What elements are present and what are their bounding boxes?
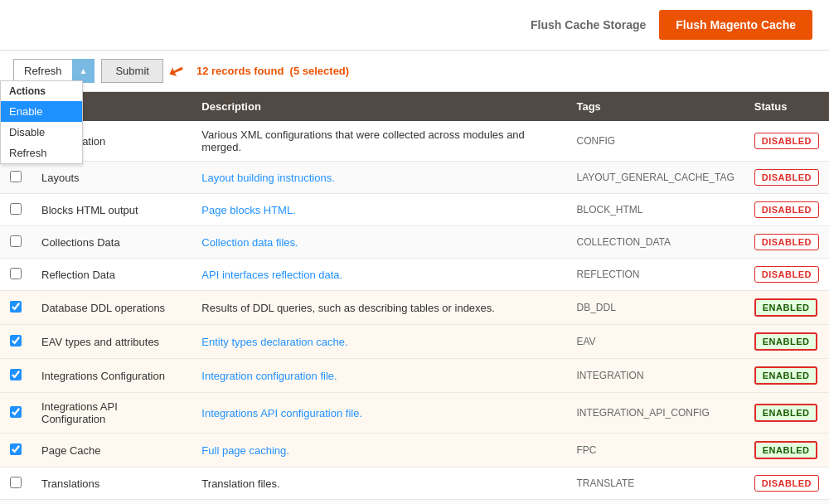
row-tags: DB_DDL bbox=[566, 291, 744, 325]
status-badge: ENABLED bbox=[754, 366, 818, 385]
row-checkbox-cell bbox=[0, 291, 32, 325]
row-tags: LAYOUT_GENERAL_CACHE_TAG bbox=[566, 162, 744, 194]
row-status-cell: ENABLED bbox=[744, 359, 829, 393]
row-description: Integrations API configuration file. bbox=[191, 393, 566, 434]
row-checkbox-cell bbox=[0, 434, 32, 468]
row-checkbox-cell bbox=[0, 500, 32, 505]
row-checkbox[interactable] bbox=[10, 335, 22, 346]
row-status-cell: DISABLED bbox=[744, 259, 829, 291]
row-checkbox[interactable] bbox=[10, 301, 22, 313]
dropdown-item-refresh[interactable]: Refresh bbox=[1, 143, 82, 163]
dropdown-item-disable[interactable]: Disable bbox=[1, 122, 82, 143]
table-row: Blocks HTML outputPage blocks HTML.BLOCK… bbox=[0, 194, 829, 226]
cache-table: Type Description Tags Status Configurati… bbox=[0, 92, 829, 504]
row-description: Integration configuration file. bbox=[191, 359, 566, 393]
row-checkbox[interactable] bbox=[10, 203, 22, 215]
row-checkbox-cell bbox=[0, 468, 32, 500]
table-row: Database DDL operationsResults of DDL qu… bbox=[0, 291, 829, 325]
submit-button[interactable]: Submit bbox=[101, 59, 162, 83]
row-description: Translation files. bbox=[191, 468, 566, 500]
row-status-cell: ENABLED bbox=[744, 393, 829, 434]
row-tags: EAV bbox=[566, 325, 744, 359]
table-row: Integrations ConfigurationIntegration co… bbox=[0, 359, 829, 393]
row-checkbox[interactable] bbox=[10, 268, 22, 279]
row-description-link[interactable]: Page blocks HTML. bbox=[201, 204, 295, 216]
row-checkbox-cell bbox=[0, 226, 32, 259]
status-badge: DISABLED bbox=[754, 234, 819, 250]
row-status-cell: DISABLED bbox=[744, 121, 829, 162]
table-row: Collections DataCollection data files.CO… bbox=[0, 226, 829, 259]
flush-magento-button[interactable]: Flush Magento Cache bbox=[659, 10, 812, 40]
status-badge: DISABLED bbox=[754, 169, 819, 186]
refresh-button[interactable]: Refresh bbox=[13, 59, 72, 83]
records-count: 12 records found bbox=[196, 65, 284, 77]
table-body: ConfigurationVarious XML configurations … bbox=[0, 121, 829, 504]
row-status-cell: DISABLED bbox=[744, 194, 829, 226]
row-status-cell: ENABLED bbox=[744, 434, 829, 468]
row-checkbox[interactable] bbox=[10, 235, 22, 247]
row-type: Page Cache bbox=[32, 434, 191, 468]
col-tags: Tags bbox=[566, 92, 744, 121]
col-description: Description bbox=[191, 92, 566, 121]
row-tags: REFLECTION bbox=[566, 259, 744, 291]
row-description-link[interactable]: API interfaces reflection data. bbox=[201, 269, 342, 281]
row-tags: FPC bbox=[566, 434, 744, 468]
status-badge: DISABLED bbox=[754, 201, 819, 218]
row-description: API interfaces reflection data. bbox=[191, 259, 566, 291]
flush-cache-storage-link[interactable]: Flush Cache Storage bbox=[531, 18, 646, 32]
row-checkbox-cell bbox=[0, 194, 32, 226]
row-type: Integrations Configuration bbox=[32, 359, 191, 393]
status-badge: ENABLED bbox=[754, 332, 818, 351]
row-description-link[interactable]: Full page caching. bbox=[201, 444, 289, 457]
table-header: Type Description Tags Status bbox=[0, 92, 829, 121]
row-checkbox[interactable] bbox=[10, 443, 22, 455]
row-description: Full page caching. bbox=[191, 434, 566, 468]
row-description: REST and SOAP configurations, generated … bbox=[191, 500, 566, 505]
row-type: Blocks HTML output bbox=[32, 194, 191, 226]
col-status: Status bbox=[744, 92, 829, 121]
row-checkbox-cell bbox=[0, 162, 32, 194]
row-status-cell: DISABLED bbox=[744, 500, 829, 505]
refresh-group: Refresh ▲ bbox=[13, 59, 95, 83]
cache-table-container: Type Description Tags Status Configurati… bbox=[0, 92, 829, 504]
row-type: Collections Data bbox=[32, 226, 191, 259]
row-description-link[interactable]: Integrations API configuration file. bbox=[201, 407, 362, 419]
row-checkbox[interactable] bbox=[10, 171, 22, 182]
row-description: Entity types declaration cache. bbox=[191, 325, 566, 359]
row-checkbox[interactable] bbox=[10, 477, 22, 488]
dropdown-item-enable[interactable]: Enable bbox=[1, 101, 82, 122]
row-checkbox[interactable] bbox=[10, 406, 22, 418]
refresh-arrow-button[interactable]: ▲ bbox=[72, 59, 95, 83]
row-status-cell: DISABLED bbox=[744, 226, 829, 259]
row-status-cell: ENABLED bbox=[744, 325, 829, 359]
row-tags: COLLECTION_DATA bbox=[566, 226, 744, 259]
status-badge: DISABLED bbox=[754, 475, 819, 492]
row-tags: INTEGRATION_API_CONFIG bbox=[566, 393, 744, 434]
row-status-cell: DISABLED bbox=[744, 162, 829, 194]
row-status-cell: DISABLED bbox=[744, 468, 829, 500]
table-row: LayoutsLayout building instructions.LAYO… bbox=[0, 162, 829, 194]
status-badge: ENABLED bbox=[754, 298, 818, 317]
row-description-link[interactable]: Collection data files. bbox=[201, 236, 298, 249]
row-type: Integrations API Configuration bbox=[32, 393, 191, 434]
table-row: EAV types and attributesEntity types dec… bbox=[0, 325, 829, 359]
row-description-link[interactable]: Layout building instructions. bbox=[201, 172, 334, 184]
table-row: Page CacheFull page caching.FPCENABLED bbox=[0, 434, 829, 468]
row-description-link[interactable]: Entity types declaration cache. bbox=[201, 336, 347, 348]
row-type: EAV types and attributes bbox=[32, 325, 191, 359]
row-checkbox-cell bbox=[0, 359, 32, 393]
row-tags: CONFIG bbox=[566, 121, 744, 162]
toolbar: Refresh ▲ Actions Enable Disable Refresh… bbox=[0, 51, 829, 92]
row-tags: BLOCK_HTML bbox=[566, 194, 744, 226]
row-type: Translations bbox=[32, 468, 191, 500]
status-badge: ENABLED bbox=[754, 441, 818, 459]
row-tags: TRANSLATE bbox=[566, 468, 744, 500]
selected-count: (5 selected) bbox=[290, 65, 350, 77]
status-badge: ENABLED bbox=[754, 404, 818, 422]
row-description-link[interactable]: Integration configuration file. bbox=[201, 370, 337, 382]
row-description: Layout building instructions. bbox=[191, 162, 566, 194]
row-checkbox-cell bbox=[0, 259, 32, 291]
row-checkbox[interactable] bbox=[10, 369, 22, 380]
arrow-wrapper: ➚ bbox=[172, 61, 183, 82]
table-row: TranslationsTranslation files.TRANSLATED… bbox=[0, 468, 829, 500]
